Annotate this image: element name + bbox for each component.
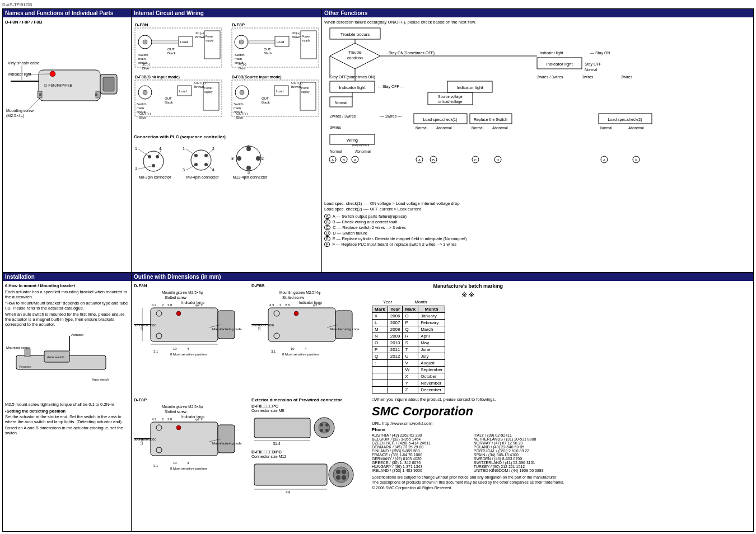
svg-text:Blue: Blue — [239, 67, 246, 70]
spec-note: Specifications are subject to change wit… — [372, 475, 564, 480]
svg-text:Switch: Switch — [137, 102, 147, 106]
svg-text:F: F — [635, 158, 637, 162]
contact-right: TURKEY / (90) 212 221 1512 — [474, 465, 564, 469]
svg-text:OUT(+): OUT(+) — [236, 112, 248, 115]
install-text-2: "How to mount/Mount bracket" depends on … — [5, 301, 129, 311]
svg-line-116 — [186, 165, 196, 170]
m8-3pin-item: 1 4 3 M8-3pin connector — [134, 144, 176, 179]
svg-rect-232 — [151, 422, 218, 456]
installation-panel: Installation 6.How to mount / Mounting b… — [3, 273, 132, 532]
batch-cell-month: December — [418, 386, 445, 393]
batch-cell-month: May — [418, 339, 445, 346]
batch-row: M2008QMarch — [372, 326, 445, 332]
svg-rect-13 — [103, 77, 114, 91]
svg-point-4 — [50, 71, 55, 77]
batch-cell-mark2: P — [403, 319, 418, 326]
internal-header: Internal Circuit and Wiring — [132, 9, 321, 17]
svg-point-282 — [333, 467, 349, 483]
svg-text:Replace the Switch: Replace the Switch — [474, 118, 507, 122]
svg-text:B: B — [432, 158, 435, 162]
svg-text:Auto switch: Auto switch — [47, 355, 64, 359]
batch-cell-month: September — [418, 366, 445, 373]
svg-point-275 — [325, 423, 329, 427]
svg-text:Actuator: Actuator — [71, 333, 83, 336]
batch-cell-mark2: Q — [403, 326, 418, 332]
svg-text:2.8: 2.8 — [167, 418, 172, 421]
svg-text:8 Most sensitive position: 8 Most sensitive position — [282, 353, 319, 356]
svg-text:①: ① — [247, 144, 250, 148]
check-b: B B — Check wiring and correct fault — [324, 219, 751, 224]
batch-row: N2009RApril — [372, 332, 445, 339]
svg-text:Blue: Blue — [139, 116, 147, 119]
d-f8p-section: D-F8P Mountin gscrew M2.5×4φ Slotted scr… — [134, 397, 246, 507]
batch-title: Manufacture's batch marking — [372, 283, 564, 289]
svg-text:Mounting screw: Mounting screw — [6, 109, 34, 113]
svg-text:Brown: Brown — [292, 35, 301, 39]
d-f8b-svg: Mountin gscrew M2.5×4φ Slotted screw Ind… — [251, 288, 363, 392]
svg-text:Indicator light: Indicator light — [540, 51, 563, 55]
detecting-text-1: Set the actuator at the stroke end. Set … — [5, 414, 129, 424]
svg-text:Normal: Normal — [472, 126, 484, 130]
svg-point-283 — [336, 470, 340, 474]
connector-row: 1 4 3 M8-3pin connector — [134, 142, 319, 179]
svg-text:OUT: OUT — [165, 97, 172, 100]
d-f8n-svg: Mountin gscrew M2.5×4φ Slotted screw Ind… — [134, 288, 246, 392]
svg-rect-21 — [135, 28, 222, 67]
batch-cell-mark: P — [372, 346, 388, 353]
svg-point-121 — [237, 156, 241, 161]
col-mark2: Mark — [403, 306, 418, 312]
m8-4pin-svg: 1 2 3 4 — [181, 144, 223, 175]
other-panel: Other Functions When detection failure o… — [322, 9, 753, 272]
svg-text:φ2.7: φ2.7 — [195, 303, 203, 307]
svg-point-212 — [176, 311, 181, 316]
install-text-3: When an auto switch is mounted for the f… — [5, 312, 129, 327]
svg-text:4C(-): 4C(-) — [239, 63, 246, 66]
d-f8b-section: D-F8B Mountin gscrew M2.5×4φ Slotted scr… — [251, 283, 363, 393]
svg-text:44: 44 — [286, 490, 290, 494]
batch-cell-mark: O — [372, 339, 388, 346]
outline-header: Outline with Dimensions (in mm) — [132, 273, 753, 281]
m12-4pin-item: ① ③ ④ ② M12-4pin connector — [229, 142, 271, 179]
batch-cell-month: March — [418, 326, 445, 332]
svg-text:Black: Black — [165, 101, 174, 104]
batch-row: P2011TJune — [372, 346, 445, 353]
install-text-1: Each actuator has a specified mounting b… — [5, 289, 129, 299]
svg-text:A: A — [332, 158, 334, 162]
batch-row: L2007PFebruary — [372, 319, 445, 326]
batch-cell-month: November — [418, 380, 445, 386]
smc-section: □When you inquire about the product, ple… — [372, 397, 564, 491]
svg-rect-209 — [151, 308, 218, 341]
svg-text:φ2.7: φ2.7 — [195, 418, 203, 421]
m8-4pin-label: M8-4pin connector — [186, 175, 219, 179]
contact-left: IRELAND / (353) 1-403 9000 — [372, 469, 463, 472]
svg-text:A: A — [418, 158, 421, 162]
svg-text:Switch: Switch — [235, 53, 245, 57]
batch-row: O2010SMay — [372, 339, 445, 346]
batch-cell-year — [388, 386, 403, 393]
batch-row: :VAugust — [372, 359, 445, 366]
batch-cell-mark — [372, 380, 388, 386]
contact-right: NORWAY / (47) 67 12 90 20 — [474, 441, 564, 445]
svg-rect-8 — [96, 91, 100, 98]
contact-left: BELGIUM / (32) 3-355 1464 — [372, 437, 463, 441]
contact-right: POLAND / (48) 22-548 50 85 — [474, 445, 564, 449]
names-panel: Names and Functions of Individual Parts … — [3, 9, 132, 272]
svg-text:OUT: OUT — [264, 48, 271, 51]
check-e: E E — Replace cylinder. Detectable magne… — [324, 236, 751, 241]
names-subtitle: D-F8N / F8P / F8B — [5, 20, 129, 25]
svg-text:Actuator: Actuator — [19, 365, 31, 368]
m8-3pin-svg: 1 4 3 — [134, 144, 176, 175]
svg-text:— Stay ON: — Stay ON — [590, 51, 610, 55]
right-section: Manufacture's batch marking ※ ※ Year Mon… — [372, 283, 564, 507]
exterior-model1: D-F8□□□□PC — [251, 404, 363, 409]
svg-text:2wires / 3wires: 2wires / 3wires — [330, 114, 356, 118]
batch-cell-year: 2010 — [388, 339, 403, 346]
col-month: Month — [418, 306, 445, 312]
svg-point-23 — [143, 40, 147, 44]
batch-cell-mark: M — [372, 326, 388, 332]
svg-text:supply: supply — [206, 39, 214, 42]
svg-rect-271 — [254, 418, 310, 438]
mounting-diagram: Mounting screw Auto switch Auto switch A… — [5, 327, 127, 400]
check-c: C C — Replace switch 2 wires --> 3 wires — [324, 225, 751, 230]
svg-text:— 2wires —: — 2wires — — [380, 114, 402, 118]
